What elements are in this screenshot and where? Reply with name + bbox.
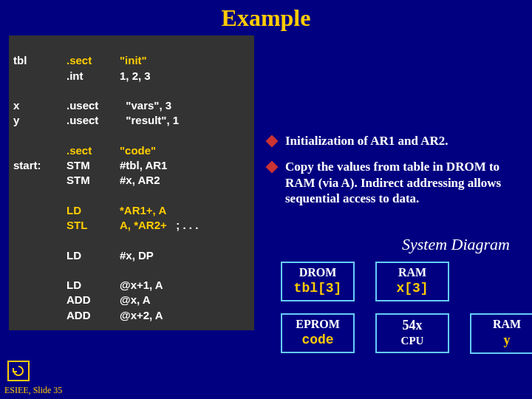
code-arg: 1, 2, 3: [120, 69, 151, 83]
code-arg: #x, DP: [120, 248, 154, 263]
code-arg: #x, AR2: [120, 173, 160, 188]
bullet-text: Initialization of AR1 and AR2.: [285, 133, 449, 149]
code-op: STM: [66, 173, 120, 188]
bullet-list: Initialization of AR1 and AR2. Copy the …: [267, 133, 520, 216]
code-op: .usect: [66, 113, 120, 128]
code-label: x: [13, 98, 66, 113]
diamond-bullet-icon: [266, 161, 279, 174]
code-op: LD: [66, 248, 120, 263]
box-value: x[3]: [383, 281, 442, 296]
box-header: RAM: [477, 318, 532, 331]
list-item: Initialization of AR1 and AR2.: [267, 133, 520, 149]
code-op: .int: [66, 69, 120, 83]
code-arg: "init": [120, 53, 147, 68]
code-arg: A, *AR2+: [120, 218, 167, 233]
code-op: .sect: [66, 53, 120, 68]
code-op: STM: [66, 158, 120, 173]
box-value: code: [288, 332, 347, 347]
code-arg: "code": [120, 143, 156, 158]
code-op: STL: [66, 218, 120, 233]
cpu-box: 54x CPU: [375, 313, 449, 353]
box-value: y: [477, 332, 532, 348]
drom-box: DROM tbl[3]: [281, 262, 355, 301]
diamond-bullet-icon: [266, 135, 279, 148]
code-arg: *AR1+, A: [120, 203, 166, 218]
system-diagram: DROM tbl[3] EPROM code RAM x[3] 54x CPU …: [281, 262, 532, 354]
box-header: 54x: [383, 318, 442, 333]
box-header: DROM: [288, 266, 347, 279]
code-label: tbl: [13, 53, 66, 68]
slide-title: Example: [0, 0, 532, 32]
ram-y-box: RAM y: [470, 313, 532, 354]
code-listing: tbl.sect"init" .int1, 2, 3 x.usect "vars…: [9, 35, 254, 330]
diagram-title: System Diagram: [402, 235, 510, 254]
code-arg: "result", 1: [126, 113, 179, 128]
eprom-box: EPROM code: [281, 313, 355, 353]
code-op: ADD: [66, 293, 120, 307]
code-op: ADD: [66, 308, 120, 323]
code-arg: @x+1, A: [120, 278, 163, 293]
slide-footer: ESIEE, Slide 35: [4, 385, 62, 396]
box-header: RAM: [383, 266, 442, 279]
code-op: LD: [66, 278, 120, 293]
code-arg: #tbl, AR1: [120, 158, 167, 173]
code-arg: "vars", 3: [126, 98, 171, 113]
code-arg: @x, A: [120, 293, 151, 307]
list-item: Copy the values from table in DROM to RA…: [267, 159, 520, 206]
code-label: start:: [13, 158, 66, 173]
bullet-text: Copy the values from table in DROM to RA…: [285, 159, 520, 206]
code-op: .usect: [66, 98, 120, 113]
code-arg: @x+2, A: [120, 308, 163, 323]
code-comment: ; . . .: [176, 219, 198, 231]
ram-box: RAM x[3]: [375, 262, 449, 301]
box-sub: CPU: [383, 335, 442, 347]
code-op: LD: [66, 203, 120, 218]
back-icon[interactable]: [7, 361, 30, 381]
box-value: tbl[3]: [288, 281, 347, 296]
box-header: EPROM: [288, 318, 347, 331]
code-op: .sect: [66, 143, 120, 158]
code-label: y: [13, 113, 66, 128]
